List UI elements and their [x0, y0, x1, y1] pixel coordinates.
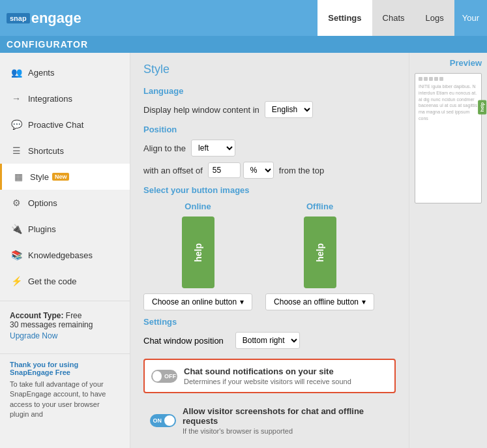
sidebar-item-get-code[interactable]: ⚡ Get the code — [0, 268, 130, 294]
online-label: Online — [184, 202, 211, 211]
your-nav-button[interactable]: Your — [454, 0, 487, 36]
style-icon: ▦ — [12, 170, 25, 183]
logs-nav-button[interactable]: Logs — [415, 0, 454, 36]
preview-help-btn: help — [478, 100, 486, 114]
offset-input[interactable] — [208, 162, 241, 178]
offline-button-preview: help — [304, 217, 336, 288]
chat-window-position-label: Chat window position — [143, 336, 224, 346]
choose-offline-arrow: ▾ — [362, 297, 366, 306]
get-code-icon: ⚡ — [10, 275, 23, 288]
display-label: Display help window content in — [143, 105, 259, 115]
content-area: Style Language Display help window conte… — [130, 53, 409, 448]
preview-dot-3 — [429, 77, 433, 81]
options-icon: ⚙ — [10, 196, 23, 209]
new-badge: New — [52, 173, 70, 181]
main-area: Style Language Display help window conte… — [130, 53, 487, 448]
sound-toggle[interactable]: OFF — [151, 370, 177, 383]
agents-icon: 👥 — [10, 66, 23, 79]
logo-engage: engage — [31, 10, 81, 27]
panel-title: Style — [143, 63, 396, 76]
sidebar-item-integrations[interactable]: → Integrations — [0, 85, 130, 112]
button-images: Online help Choose an online button ▾ Of… — [143, 202, 396, 310]
choose-online-button[interactable]: Choose an online button ▾ — [143, 293, 252, 310]
sidebar-label-integrations: Integrations — [28, 94, 72, 104]
preview-panel: Preview INITE igula biber dapibus. N int… — [409, 53, 487, 448]
thank-you-desc: To take full advantage of your SnapEngag… — [10, 380, 120, 420]
sidebar-label-options: Options — [28, 198, 57, 208]
preview-dot-4 — [434, 77, 438, 81]
sidebar-item-options[interactable]: ⚙ Options — [0, 190, 130, 216]
preview-label: Preview — [415, 58, 482, 68]
chats-nav-button[interactable]: Chats — [372, 0, 415, 36]
sidebar-label-shortcuts: Shortcuts — [28, 146, 64, 156]
visitor-screenshots-toggle[interactable]: ON — [150, 414, 176, 427]
visitor-screenshots-desc: If the visitor's browser is supported — [183, 427, 389, 435]
sidebar-item-shortcuts[interactable]: ☰ Shortcuts — [0, 138, 130, 164]
sound-toggle-label: OFF — [164, 373, 176, 380]
settings-section-label: Settings — [143, 317, 396, 327]
sidebar-item-style[interactable]: ▦ Style New — [0, 164, 130, 190]
preview-lorem: INITE igula biber dapibus. N interdun Et… — [419, 83, 478, 122]
sidebar-item-proactive-chat[interactable]: 💬 Proactive Chat — [0, 112, 130, 138]
online-help-text: help — [193, 243, 203, 262]
preview-window-bar — [419, 77, 478, 81]
preview-dot-5 — [439, 77, 443, 81]
language-section-label: Language — [143, 86, 396, 96]
messages-remaining: 30 messages remaining — [10, 320, 120, 329]
sound-toggle-knob — [153, 371, 162, 381]
account-type-value: Free — [66, 311, 82, 320]
account-section: Account Type: Free 30 messages remaining… — [0, 301, 130, 350]
button-images-label: Select your button images — [143, 185, 396, 195]
language-row: Display help window content in English — [143, 101, 396, 118]
visitor-screenshots-text: Allow visitor screenshots for chat and o… — [183, 406, 389, 435]
proactive-chat-icon: 💬 — [10, 118, 23, 131]
sound-toggle-text: Chat sound notifications on your site De… — [184, 366, 388, 385]
thank-you-text: Thank you for using SnapEngage Free — [10, 361, 120, 376]
chat-window-row: Chat window position Bottom right Bottom… — [143, 332, 396, 349]
sound-toggle-title: Chat sound notifications on your site — [184, 366, 388, 376]
offline-button-col: Offline help Choose an offline button ▾ — [265, 202, 374, 310]
visitor-screenshots-row: ON Allow visitor screenshots for chat an… — [143, 400, 396, 441]
configurator-title: CONFIGURATOR — [7, 39, 88, 50]
offset-row: with an offset of % px from the top — [143, 162, 396, 179]
thank-you-line2: SnapEngage Free — [10, 368, 70, 376]
style-panel: Style Language Display help window conte… — [130, 53, 409, 448]
thank-you-section: Thank you for using SnapEngage Free To t… — [0, 353, 130, 426]
align-label: Align to the — [143, 143, 186, 153]
choose-offline-button[interactable]: Choose an offline button ▾ — [265, 293, 374, 310]
sidebar-item-agents[interactable]: 👥 Agents — [0, 59, 130, 85]
choose-online-arrow: ▾ — [240, 297, 244, 306]
sidebar-label-plugins: Plugins — [28, 224, 56, 234]
language-select[interactable]: English — [265, 101, 313, 118]
visitor-screenshots-toggle-knob — [164, 415, 175, 426]
logo-snap: snap — [7, 13, 30, 23]
sidebar-item-plugins[interactable]: 🔌 Plugins — [0, 216, 130, 242]
integrations-icon: → — [10, 92, 23, 105]
sound-notification-row: OFF Chat sound notifications on your sit… — [143, 359, 396, 393]
chat-window-position-select[interactable]: Bottom right Bottom left Top right Top l… — [235, 332, 300, 349]
align-select[interactable]: left center right — [191, 140, 235, 157]
offset-unit-select[interactable]: % px — [243, 162, 274, 179]
upgrade-link[interactable]: Upgrade Now — [10, 331, 120, 340]
sidebar-label-style: Style — [30, 172, 49, 182]
online-button-col: Online help Choose an online button ▾ — [143, 202, 252, 310]
offline-label: Offline — [306, 202, 333, 211]
sound-toggle-desc: Determines if your website visitors will… — [184, 378, 388, 385]
shortcuts-icon: ☰ — [10, 144, 23, 157]
online-button-preview: help — [182, 217, 214, 288]
preview-dot-2 — [424, 77, 428, 81]
sidebar: 👥 Agents → Integrations 💬 Proactive Chat… — [0, 53, 130, 448]
header: snap engage Settings Chats Logs Your — [0, 0, 487, 36]
plugins-icon: 🔌 — [10, 222, 23, 235]
knowledgebases-icon: 📚 — [10, 248, 23, 261]
account-type: Account Type: Free — [10, 311, 120, 320]
sidebar-item-knowledgebases[interactable]: 📚 Knowledgebases — [0, 242, 130, 268]
sidebar-label-get-code: Get the code — [28, 276, 76, 286]
offset-label: with an offset of — [143, 166, 203, 175]
header-nav: Settings Chats Logs Your — [317, 0, 487, 36]
choose-offline-label: Choose an offline button — [274, 297, 359, 306]
settings-nav-button[interactable]: Settings — [317, 0, 372, 36]
preview-window: INITE igula biber dapibus. N interdun Et… — [415, 73, 482, 203]
offline-help-text: help — [315, 243, 325, 262]
layout: 👥 Agents → Integrations 💬 Proactive Chat… — [0, 53, 487, 448]
